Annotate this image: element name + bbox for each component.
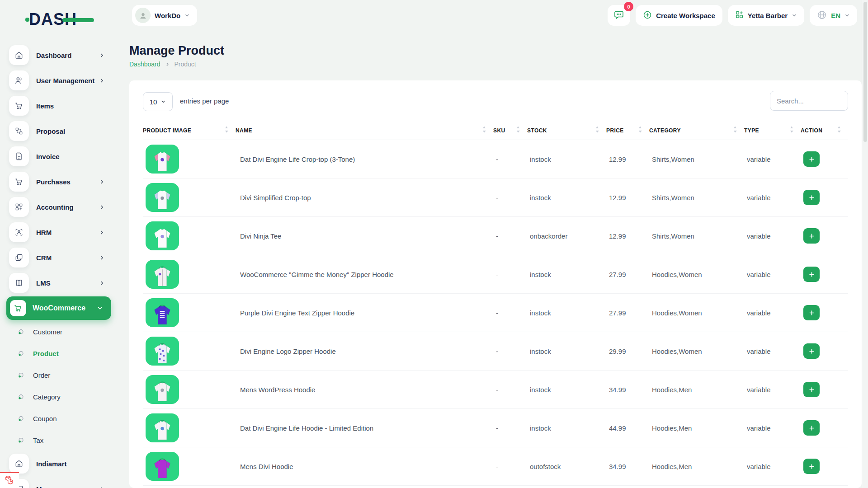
language-menu[interactable]: EN <box>810 5 857 26</box>
product-image[interactable] <box>146 337 179 366</box>
action-cell <box>801 305 848 320</box>
add-variant-button[interactable] <box>803 343 820 359</box>
page-scrollbar[interactable] <box>862 0 868 488</box>
sidebar-item-dashboard[interactable]: Dashboard <box>0 42 118 68</box>
product-image[interactable] <box>146 298 179 327</box>
sort-icon[interactable] <box>225 126 228 135</box>
category-cell: Hoodies,Men <box>649 386 744 394</box>
action-cell <box>801 382 848 397</box>
proposal-icon <box>9 121 29 141</box>
table-header: PRODUCT IMAGENAMESKUSTOCKPRICECATEGORYTY… <box>143 121 848 140</box>
sort-icon[interactable] <box>516 126 520 135</box>
sidebar-item-user-management[interactable]: User Management <box>0 68 118 93</box>
add-variant-button[interactable] <box>803 382 820 397</box>
sidebar-subitem-category[interactable]: Category <box>0 386 118 408</box>
sort-icon[interactable] <box>638 126 642 135</box>
scrollbar-thumb[interactable] <box>863 2 867 142</box>
column-label: TYPE <box>744 127 759 134</box>
user-menu[interactable]: Yetta Barber <box>728 5 804 26</box>
add-variant-button[interactable] <box>803 459 820 474</box>
column-header-name[interactable]: NAME <box>236 126 493 135</box>
table-controls: 10 entries per page <box>143 80 848 121</box>
column-header-stock[interactable]: STOCK <box>527 126 606 135</box>
sidebar-subitem-tax[interactable]: Tax <box>0 429 118 451</box>
globe-icon <box>817 10 827 21</box>
column-header-category[interactable]: CATEGORY <box>649 126 744 135</box>
sidebar-item-woocommerce-wrap: WooCommerce <box>0 296 118 321</box>
workspace-grid-icon <box>735 10 744 20</box>
category-cell: Shirts,Women <box>649 155 744 163</box>
price-cell: 12.99 <box>606 232 649 240</box>
add-variant-button[interactable] <box>803 151 820 167</box>
add-variant-button[interactable] <box>803 420 820 436</box>
create-workspace-button[interactable]: Create Workspace <box>636 5 722 26</box>
sidebar-item-crm[interactable]: CRM <box>0 245 118 270</box>
entries-per-page-select[interactable]: 10 <box>143 92 173 111</box>
breadcrumb-dashboard-link[interactable]: Dashboard <box>129 61 160 68</box>
sidebar-subitem-label: Category <box>33 393 61 401</box>
sidebar-subitem-coupon[interactable]: Coupon <box>0 408 118 429</box>
column-header-sku[interactable]: SKU <box>493 126 527 135</box>
workspace-switcher[interactable]: WorkDo <box>132 5 197 26</box>
messages-badge: 0 <box>624 2 633 11</box>
sidebar-subitem-customer[interactable]: Customer <box>0 321 118 343</box>
product-name-cell: Divi Engine Logo Zipper Hoodie <box>236 347 493 355</box>
product-image[interactable] <box>146 183 179 212</box>
sku-cell: - <box>493 309 527 317</box>
sidebar-item-lms[interactable]: LMS <box>0 270 118 296</box>
entries-per-page-label: entries per page <box>180 97 229 105</box>
sidebar-item-accounting[interactable]: Accounting <box>0 194 118 220</box>
sort-icon[interactable] <box>482 126 486 135</box>
sidebar-item-label: Proposal <box>36 127 65 135</box>
sort-icon[interactable] <box>790 126 793 135</box>
chevron-down-icon <box>97 305 103 311</box>
invoice-icon <box>9 146 29 166</box>
sort-icon[interactable] <box>595 126 599 135</box>
product-image[interactable] <box>146 413 179 442</box>
stock-cell: outofstock <box>527 463 606 470</box>
add-variant-button[interactable] <box>803 190 820 205</box>
product-image[interactable] <box>146 452 179 481</box>
price-cell: 12.99 <box>606 155 649 163</box>
sidebar-item-proposal[interactable]: Proposal <box>0 118 118 144</box>
action-cell <box>801 151 848 167</box>
product-image[interactable] <box>146 375 179 404</box>
search-input[interactable] <box>770 91 848 111</box>
chevron-right-icon <box>99 52 105 58</box>
add-variant-button[interactable] <box>803 305 820 320</box>
chevron-right-icon <box>99 255 105 261</box>
type-cell: variable <box>744 194 801 202</box>
column-header-type[interactable]: TYPE <box>744 126 801 135</box>
product-image[interactable] <box>146 260 179 289</box>
chevron-right-icon <box>99 204 105 210</box>
column-label: NAME <box>236 127 252 134</box>
sidebar-item-items[interactable]: Items <box>0 93 118 118</box>
add-variant-button[interactable] <box>803 267 820 282</box>
price-cell: 27.99 <box>606 271 649 278</box>
product-name-cell: Divi Ninja Tee <box>236 232 493 240</box>
sort-icon[interactable] <box>733 126 737 135</box>
sidebar-item-woocommerce[interactable]: WooCommerce <box>6 296 111 320</box>
sidebar-item-purchases[interactable]: Purchases <box>0 169 118 194</box>
sort-icon[interactable] <box>837 126 841 135</box>
product-image[interactable] <box>146 221 179 250</box>
sidebar-item-invoice[interactable]: Invoice <box>0 144 118 169</box>
add-variant-button[interactable] <box>803 228 820 244</box>
column-header-action[interactable]: ACTION <box>801 126 848 135</box>
sidebar: DASH DashboardUser ManagementItemsPropos… <box>0 0 118 488</box>
column-header-price[interactable]: PRICE <box>606 126 649 135</box>
sidebar-subitem-order[interactable]: Order <box>0 364 118 386</box>
sidebar-item-hrm[interactable]: HRM <box>0 220 118 245</box>
action-cell <box>801 420 848 436</box>
product-image[interactable] <box>146 145 179 174</box>
logo-bar-icon <box>62 18 94 22</box>
brand-logo[interactable]: DASH <box>29 10 77 32</box>
column-header-product-image[interactable]: PRODUCT IMAGE <box>143 126 236 135</box>
column-label: STOCK <box>527 127 547 134</box>
laravel-debugbar-toggle[interactable] <box>0 472 19 488</box>
sidebar-item-label: Dashboard <box>36 52 71 59</box>
column-label: SKU <box>493 127 505 134</box>
sidebar-subitem-product[interactable]: Product <box>0 343 118 364</box>
messages-button[interactable]: 0 <box>608 5 630 26</box>
stock-cell: instock <box>527 424 606 432</box>
